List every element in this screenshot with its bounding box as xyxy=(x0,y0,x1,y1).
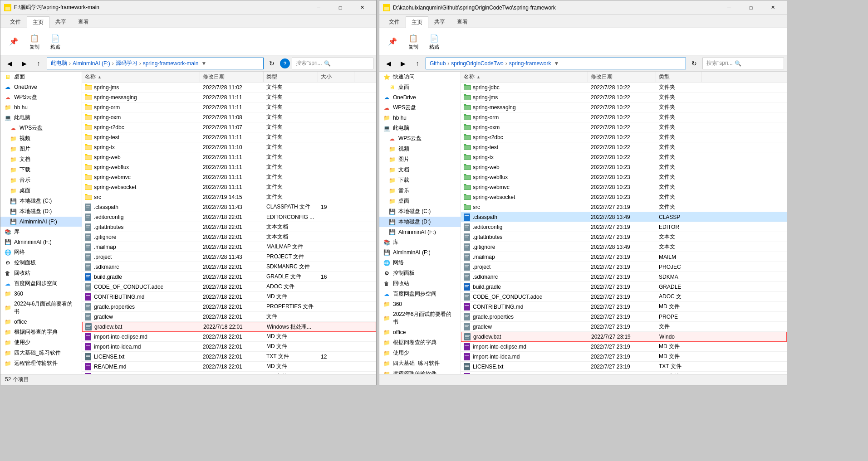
right-sidebar-thispc[interactable]: 💻 此电脑 xyxy=(379,123,461,133)
table-row[interactable]: src 2022/7/19 14:15 文件夹 xyxy=(82,192,376,202)
table-row[interactable]: README.md 2022/7/18 22:01 MD 文件 xyxy=(82,362,376,372)
right-col-name[interactable]: 名称 ▲ xyxy=(461,72,588,82)
right-restore-btn[interactable]: □ xyxy=(740,0,761,15)
table-row[interactable]: spring-tx 2022/7/28 10:22 文件夹 xyxy=(461,152,787,162)
left-sidebar-item-fdrv2[interactable]: 💾 AlminminAI (F:) xyxy=(0,237,82,247)
table-row[interactable]: gradlew.bat 2022/7/18 22:01 Windows 批处理.… xyxy=(82,322,376,332)
left-sidebar-item-wps2[interactable]: ☁ WPS云盘 xyxy=(0,123,82,133)
table-row[interactable]: spring-messaging 2022/7/28 10:22 文件夹 xyxy=(461,102,787,112)
right-minimize-btn[interactable]: ─ xyxy=(719,0,740,15)
table-row[interactable]: .classpath 2022/7/28 13:49 CLASSP xyxy=(461,212,787,222)
right-search-box[interactable]: 搜索"spri... 🔍 xyxy=(702,58,784,69)
left-search-box[interactable]: 搜索"spri... 🔍 xyxy=(292,58,373,69)
right-sidebar-remote[interactable]: 📁 远程管理传输软件 xyxy=(379,369,461,374)
table-row[interactable]: spring-jms 2022/7/28 10:22 文件夹 xyxy=(461,92,787,102)
right-breadcrumb-2[interactable]: spring-framework xyxy=(509,60,551,67)
left-sidebar-item-pics[interactable]: 📁 图片 xyxy=(0,144,82,154)
right-tab-share[interactable]: 共享 xyxy=(428,16,451,28)
left-sidebar-item-baidu[interactable]: ☁ 百度网盘同步空间 xyxy=(0,278,82,289)
table-row[interactable]: import-into-eclipse.md 2022/7/27 23:19 M… xyxy=(461,342,787,352)
right-tab-home[interactable]: 主页 xyxy=(406,16,428,28)
table-row[interactable]: spring-tx 2022/7/28 11:10 文件夹 xyxy=(82,142,376,152)
table-row[interactable]: spring-r2dbc 2022/7/28 11:07 文件夹 xyxy=(82,122,376,132)
right-sidebar-cdrv[interactable]: 💾 本地磁盘 (C:) xyxy=(379,206,461,217)
table-row[interactable]: .editorconfig 2022/7/27 23:19 EDITOR xyxy=(461,222,787,232)
table-row[interactable]: import-into-idea.md 2022/7/18 22:01 MD 文… xyxy=(82,342,376,352)
table-row[interactable]: build.gradle 2022/7/18 22:01 GRADLE 文件 1… xyxy=(82,272,376,282)
left-minimize-btn[interactable]: ─ xyxy=(308,0,329,15)
right-forward-btn[interactable]: ▶ xyxy=(397,57,409,70)
table-row[interactable]: .sdkmanrc 2022/7/18 22:01 SDKMANRC 文件 xyxy=(82,262,376,272)
left-refresh-btn[interactable]: ↻ xyxy=(265,57,278,70)
table-row[interactable]: .gitattributes 2022/7/18 22:01 文本文档 xyxy=(82,222,376,232)
table-row[interactable]: spring-web 2022/7/28 10:23 文件夹 xyxy=(461,162,787,172)
left-sidebar-item-four[interactable]: 📁 四大基础_练习软件 xyxy=(0,348,82,358)
left-sidebar-item-video[interactable]: 📁 视频 xyxy=(0,133,82,144)
left-sidebar-item-control[interactable]: ⚙ 控制面板 xyxy=(0,257,82,268)
left-tab-file[interactable]: 文件 xyxy=(4,16,27,28)
table-row[interactable]: .editorconfig 2022/7/18 22:01 EDITORCONF… xyxy=(82,212,376,222)
right-sidebar-recycle[interactable]: 🗑 回收站 xyxy=(379,278,461,289)
table-row[interactable]: spring-test 2022/7/28 10:22 文件夹 xyxy=(461,142,787,152)
table-row[interactable]: CONTRIBUTING.md 2022/7/27 23:19 MD 文件 xyxy=(461,302,787,312)
table-row[interactable]: .gitattributes 2022/7/27 23:19 文本文 xyxy=(461,232,787,242)
left-sidebar-item-recycle[interactable]: 🗑 回收站 xyxy=(0,268,82,278)
table-row[interactable]: gradlew 2022/7/18 22:01 文件 xyxy=(82,312,376,322)
table-row[interactable]: spring-webflux 2022/7/28 11:11 文件夹 xyxy=(82,162,376,172)
table-row[interactable]: spring-test 2022/7/28 11:11 文件夹 xyxy=(82,132,376,142)
left-forward-btn[interactable]: ▶ xyxy=(18,57,30,70)
right-sidebar-hbhu[interactable]: 📁 hb hu xyxy=(379,113,461,123)
right-tab-file[interactable]: 文件 xyxy=(383,16,406,28)
left-col-type[interactable]: 类型 xyxy=(264,72,318,82)
table-row[interactable]: .project 2022/7/28 11:43 PROJECT 文件 xyxy=(82,252,376,262)
table-row[interactable]: .classpath 2022/7/28 11:43 CLASSPATH 文件 … xyxy=(82,202,376,212)
right-back-btn[interactable]: ◀ xyxy=(382,57,395,70)
left-sidebar-item-wps[interactable]: ☁ WPS云盘 xyxy=(0,92,82,102)
left-info-btn[interactable]: ? xyxy=(280,58,290,68)
left-sidebar-item-books[interactable]: 📁 2022年6月面试前要看的书 xyxy=(0,299,82,317)
table-row[interactable]: spring-orm 2022/7/28 10:22 文件夹 xyxy=(461,112,787,122)
left-sidebar-item-music[interactable]: 📁 音乐 xyxy=(0,175,82,185)
right-breadcrumb-0[interactable]: Github xyxy=(430,60,446,67)
left-paste-btn[interactable]: 📄 粘贴 xyxy=(46,30,65,53)
left-sidebar-item-network[interactable]: 🌐 网络 xyxy=(0,247,82,257)
right-sidebar-desktop[interactable]: 🖥 桌面 xyxy=(379,82,461,92)
table-row[interactable]: gradle.properties 2022/7/18 22:01 PROPER… xyxy=(82,302,376,312)
table-row[interactable]: spring-webflux 2022/7/28 10:23 文件夹 xyxy=(461,172,787,182)
left-sidebar-item-downloads[interactable]: 📁 下载 xyxy=(0,165,82,175)
table-row[interactable]: .sdkmanrc 2022/7/27 23:19 SDKMA xyxy=(461,272,787,282)
left-sidebar-item-office[interactable]: 📁 office xyxy=(0,317,82,327)
table-row[interactable]: CODE_OF_CONDUCT.adoc 2022/7/18 22:01 ADO… xyxy=(82,282,376,292)
right-sidebar-less[interactable]: 📁 使用少 xyxy=(379,348,461,358)
left-sidebar-item-less[interactable]: 📁 使用少 xyxy=(0,337,82,348)
left-col-name[interactable]: 名称 ▲ xyxy=(82,72,200,82)
right-sidebar-fdrv[interactable]: 💾 AlminminAI (F:) xyxy=(379,227,461,237)
left-back-btn[interactable]: ◀ xyxy=(3,57,16,70)
right-sidebar-quickaccess[interactable]: ⭐ 快速访问 xyxy=(379,72,461,82)
table-row[interactable]: .gitignore 2022/7/28 13:49 文本文 xyxy=(461,242,787,252)
table-row[interactable]: .gitignore 2022/7/18 22:01 文本文档 xyxy=(82,232,376,242)
right-sidebar-books[interactable]: 📁 2022年6月面试前要看的书 xyxy=(379,309,461,327)
table-row[interactable]: spring-r2dbc 2022/7/28 10:22 文件夹 xyxy=(461,132,787,142)
table-row[interactable]: spring-jms 2022/7/28 11:02 文件夹 xyxy=(82,82,376,92)
left-tab-home[interactable]: 主页 xyxy=(27,16,49,28)
table-row[interactable]: import-into-idea.md 2022/7/27 23:19 MD 文… xyxy=(461,352,787,362)
right-sidebar-onedrive[interactable]: ☁ OneDrive xyxy=(379,92,461,102)
left-sidebar-item-library[interactable]: 📚 库 xyxy=(0,227,82,237)
left-breadcrumb-0[interactable]: 此电脑 xyxy=(51,59,67,67)
left-tab-share[interactable]: 共享 xyxy=(49,16,72,28)
left-sidebar-item-thispc[interactable]: 💻 此电脑 xyxy=(0,112,82,123)
right-sidebar-music[interactable]: 📁 音乐 xyxy=(379,185,461,196)
left-sidebar-item-desk2[interactable]: 📁 桌面 xyxy=(0,185,82,196)
left-breadcrumb-3[interactable]: spring-framework-main xyxy=(143,60,199,67)
right-sidebar-control[interactable]: ⚙ 控制面板 xyxy=(379,268,461,278)
right-pin-btn[interactable]: 📌 xyxy=(383,34,402,49)
left-tab-view[interactable]: 查看 xyxy=(72,16,95,28)
right-sidebar-video[interactable]: 📁 视频 xyxy=(379,144,461,154)
left-sidebar-item-docs[interactable]: 📁 文档 xyxy=(0,154,82,165)
table-row[interactable]: spring-websocket 2022/7/28 10:23 文件夹 xyxy=(461,192,787,202)
left-restore-btn[interactable]: □ xyxy=(330,0,351,15)
right-sidebar-ddrv[interactable]: 💾 本地磁盘 (D:) xyxy=(379,217,461,227)
right-sidebar-desk2[interactable]: 📁 桌面 xyxy=(379,196,461,206)
table-row[interactable]: .mailmap 2022/7/18 22:01 MAILMAP 文件 xyxy=(82,242,376,252)
